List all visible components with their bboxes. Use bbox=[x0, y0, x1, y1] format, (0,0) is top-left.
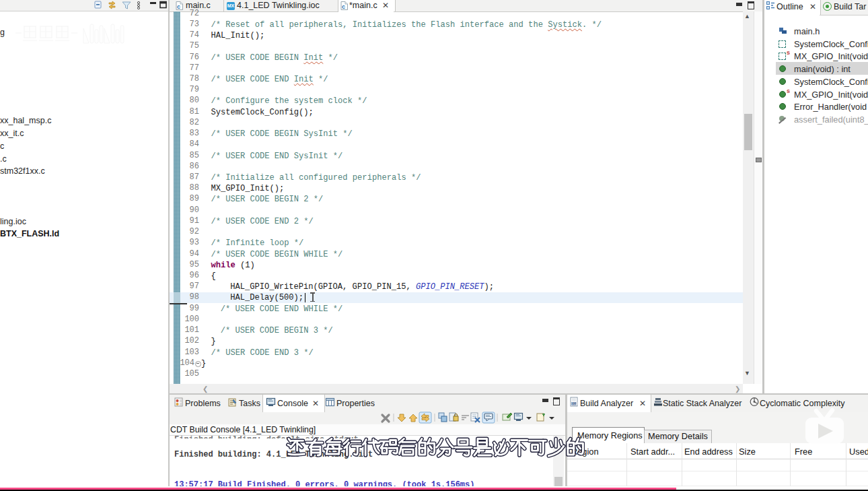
svg-text:c: c bbox=[177, 3, 180, 10]
svg-text:c: c bbox=[342, 3, 345, 10]
svg-text:010: 010 bbox=[572, 402, 577, 405]
